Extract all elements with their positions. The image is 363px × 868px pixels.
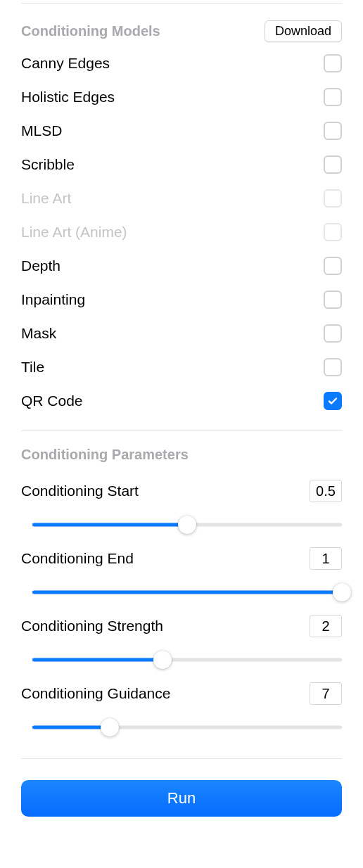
param-block: Conditioning Guidance7 (21, 682, 342, 737)
run-button[interactable]: Run (21, 780, 342, 817)
model-label: Canny Edges (21, 55, 110, 72)
param-slider[interactable] (21, 717, 342, 737)
conditioning-models-list: Canny EdgesHolistic EdgesMLSDScribbleLin… (21, 46, 342, 418)
param-block: Conditioning End1 (21, 547, 342, 602)
conditioning-parameters-list: Conditioning Start0.5Conditioning End1Co… (21, 480, 342, 737)
model-row: MLSD (21, 114, 342, 148)
slider-fill (32, 591, 342, 594)
model-label: Mask (21, 325, 56, 342)
model-checkbox[interactable] (324, 88, 342, 106)
param-value-input[interactable]: 0.5 (310, 480, 342, 502)
check-icon (327, 395, 338, 407)
model-row: Canny Edges (21, 46, 342, 80)
model-label: Holistic Edges (21, 89, 115, 106)
param-label: Conditioning Start (21, 483, 139, 499)
slider-thumb[interactable] (153, 651, 172, 669)
param-value-input[interactable]: 1 (310, 547, 342, 570)
param-label: Conditioning Guidance (21, 685, 170, 702)
model-label: Line Art (21, 190, 71, 207)
model-checkbox[interactable] (324, 155, 342, 174)
model-row: Depth (21, 249, 342, 283)
model-label: Inpainting (21, 291, 85, 308)
param-label: Conditioning End (21, 550, 134, 567)
model-checkbox[interactable] (324, 358, 342, 376)
param-block: Conditioning Start0.5 (21, 480, 342, 535)
slider-fill (32, 658, 163, 662)
model-row: Inpainting (21, 283, 342, 317)
slider-thumb[interactable] (101, 718, 119, 736)
download-button[interactable]: Download (265, 20, 342, 42)
model-row: QR Code (21, 384, 342, 418)
model-label: MLSD (21, 122, 62, 139)
param-slider[interactable] (21, 582, 342, 602)
model-label: Scribble (21, 156, 75, 173)
param-label: Conditioning Strength (21, 618, 163, 634)
model-row: Mask (21, 317, 342, 350)
model-checkbox[interactable] (324, 122, 342, 140)
model-label: Tile (21, 359, 44, 376)
slider-fill (32, 523, 187, 527)
run-section: Run (21, 758, 342, 817)
model-checkbox (324, 223, 342, 241)
slider-fill (32, 726, 110, 729)
param-header: Conditioning Strength2 (21, 615, 342, 637)
param-slider[interactable] (21, 650, 342, 670)
model-checkbox[interactable] (324, 291, 342, 309)
param-header: Conditioning Guidance7 (21, 682, 342, 705)
model-checkbox[interactable] (324, 324, 342, 343)
param-header: Conditioning Start0.5 (21, 480, 342, 502)
params-section-header: Conditioning Parameters (21, 431, 342, 467)
model-row: Scribble (21, 148, 342, 181)
model-label: QR Code (21, 392, 83, 409)
models-section-header: Conditioning Models Download (21, 4, 342, 46)
model-row: Line Art (Anime) (21, 215, 342, 249)
param-block: Conditioning Strength2 (21, 615, 342, 670)
model-label: Depth (21, 257, 60, 274)
param-value-input[interactable]: 2 (310, 615, 342, 637)
model-checkbox[interactable] (324, 54, 342, 72)
model-row: Holistic Edges (21, 80, 342, 114)
model-checkbox (324, 189, 342, 208)
model-row: Tile (21, 350, 342, 384)
param-value-input[interactable]: 7 (310, 682, 342, 705)
model-checkbox[interactable] (324, 257, 342, 275)
param-header: Conditioning End1 (21, 547, 342, 570)
model-checkbox[interactable] (324, 392, 342, 410)
model-row: Line Art (21, 181, 342, 215)
params-section-title: Conditioning Parameters (21, 447, 342, 463)
slider-thumb[interactable] (333, 583, 351, 601)
slider-thumb[interactable] (178, 516, 196, 534)
model-label: Line Art (Anime) (21, 224, 127, 241)
models-section-title: Conditioning Models (21, 23, 160, 39)
param-slider[interactable] (21, 515, 342, 535)
